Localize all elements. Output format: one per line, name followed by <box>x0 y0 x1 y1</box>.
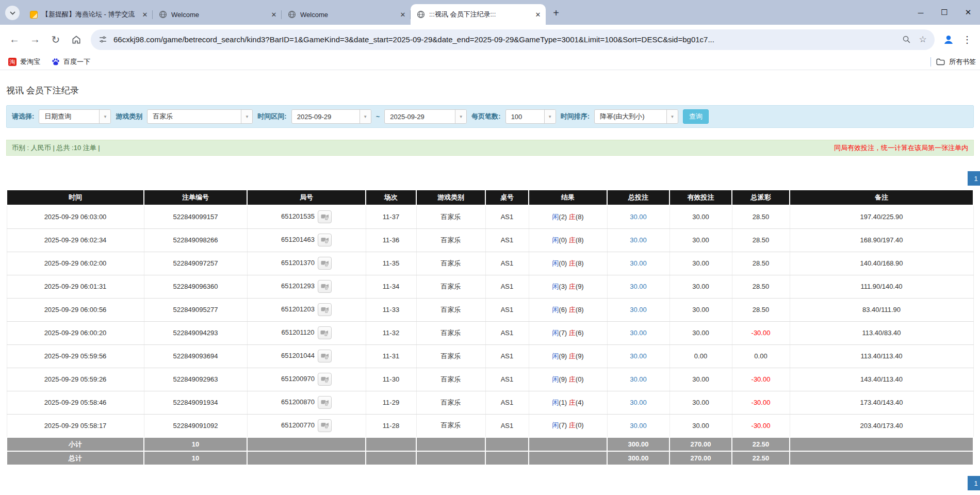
close-icon[interactable]: ✕ <box>140 10 150 19</box>
game-kind-select[interactable]: 百家乐 ▼ <box>147 109 253 124</box>
result-banker-points: (8) <box>576 306 584 314</box>
bookmark-taobao[interactable]: 淘 爱淘宝 <box>4 56 44 68</box>
cell-round: 651201370 <box>247 252 366 275</box>
result-banker: 庄 <box>569 399 576 406</box>
table-row: 2025-09-29 06:00:20522849094293651201120… <box>7 321 973 344</box>
cell-result: 闲(2) 庄(8) <box>529 205 607 228</box>
date-end-select[interactable]: 2025-09-29 ▼ <box>384 109 467 124</box>
result-player-points: (0) <box>559 259 567 267</box>
tab-title: Welcome <box>300 11 394 19</box>
close-window-icon[interactable]: ✕ <box>956 0 980 25</box>
video-replay-button[interactable] <box>318 419 332 432</box>
baidu-paw-icon <box>52 58 60 66</box>
total-total-bet: 300.00 <box>607 451 669 465</box>
cell-time: 2025-09-29 06:03:00 <box>7 205 144 228</box>
cell-round: 651200770 <box>247 414 366 437</box>
bookmark-star-icon[interactable]: ☆ <box>917 34 928 45</box>
subtotal-total-bet: 300.00 <box>607 437 669 451</box>
total-bet-link[interactable]: 30.00 <box>630 375 647 383</box>
cell-payout: 28.50 <box>732 228 790 252</box>
table-row: 2025-09-29 06:03:00522849099157651201535… <box>7 205 973 228</box>
tab-forum[interactable]: 【新提醒】海燕论坛 - 博学交流 ✕ <box>24 4 153 25</box>
header-total-bet: 总投注 <box>607 190 669 205</box>
video-replay-button[interactable] <box>318 210 332 223</box>
video-replay-button[interactable] <box>318 280 332 293</box>
per-page-select[interactable]: 100 ▼ <box>505 109 556 124</box>
header-game: 游戏类别 <box>416 190 485 205</box>
chevron-down-icon: ▼ <box>360 110 371 123</box>
total-bet-link[interactable]: 30.00 <box>630 399 647 406</box>
cell-bet-id: 522849092963 <box>144 368 247 391</box>
total-bet-link[interactable]: 30.00 <box>630 213 647 221</box>
result-player-points: (2) <box>559 213 567 221</box>
bookmarks-bar: 淘 爱淘宝 百度一下 所有书签 <box>0 54 980 70</box>
video-replay-button[interactable] <box>318 396 332 409</box>
total-bet-link[interactable]: 30.00 <box>630 236 647 244</box>
video-replay-icon <box>321 422 329 429</box>
query-type-select[interactable]: 日期查询 ▼ <box>39 109 111 124</box>
total-label: 总计 <box>7 451 144 465</box>
result-player: 闲 <box>552 352 559 360</box>
search-button[interactable]: 查询 <box>683 109 709 124</box>
video-replay-button[interactable] <box>318 373 332 386</box>
video-replay-button[interactable] <box>318 234 332 246</box>
result-banker-points: (8) <box>576 259 584 267</box>
tab-welcome-1[interactable]: Welcome ✕ <box>153 4 282 25</box>
sort-select[interactable]: 降幂(由大到小) ▼ <box>594 109 678 124</box>
all-bookmarks-button[interactable]: 所有书签 <box>936 57 976 67</box>
page-1-button[interactable]: 1 <box>968 171 980 186</box>
cell-valid-bet: 30.00 <box>669 368 732 391</box>
video-replay-icon <box>321 376 329 383</box>
total-bet-link[interactable]: 30.00 <box>630 283 647 290</box>
cell-table: AS1 <box>485 368 529 391</box>
maximize-icon[interactable]: ☐ <box>933 0 956 25</box>
video-replay-button[interactable] <box>318 350 332 362</box>
total-bet-link[interactable]: 30.00 <box>630 352 647 360</box>
close-icon[interactable]: ✕ <box>269 10 279 19</box>
cell-game: 百家乐 <box>416 321 485 344</box>
folder-icon <box>936 58 945 65</box>
cell-session: 11-34 <box>366 275 416 298</box>
tab-search-button[interactable] <box>5 6 20 20</box>
new-tab-button[interactable]: + <box>549 6 563 20</box>
address-bar[interactable]: 66cxkj98.com/game/betrecord_search/kind3… <box>91 29 935 50</box>
close-icon[interactable]: ✕ <box>398 10 407 19</box>
url-text[interactable]: 66cxkj98.com/game/betrecord_search/kind3… <box>113 35 895 44</box>
header-result: 结果 <box>529 190 607 205</box>
total-bet-link[interactable]: 30.00 <box>630 259 647 267</box>
result-banker: 庄 <box>569 283 576 290</box>
subtotal-count: 10 <box>144 437 247 451</box>
forward-icon[interactable]: → <box>26 30 44 49</box>
total-bet-link[interactable]: 30.00 <box>630 422 647 430</box>
video-replay-button[interactable] <box>318 326 332 339</box>
table-row: 2025-09-29 05:58:46522849091934651200870… <box>7 391 973 414</box>
payout-value: 28.50 <box>753 213 770 221</box>
per-page-value: 100 <box>506 113 544 121</box>
total-bet-link[interactable]: 30.00 <box>630 306 647 314</box>
video-replay-button[interactable] <box>318 303 332 316</box>
close-icon[interactable]: ✕ <box>533 10 543 19</box>
browser-menu-icon[interactable]: ⋮ <box>959 30 975 49</box>
total-bet-link[interactable]: 30.00 <box>630 329 647 337</box>
site-info-icon[interactable] <box>97 34 108 45</box>
zoom-icon[interactable] <box>901 34 912 45</box>
result-banker: 庄 <box>569 213 576 221</box>
select-type-label: 请选择: <box>12 112 34 121</box>
tab-welcome-2[interactable]: Welcome ✕ <box>282 4 411 25</box>
note-favicon-icon <box>30 11 38 19</box>
home-icon[interactable] <box>67 30 86 49</box>
refresh-icon[interactable]: ↻ <box>46 30 65 49</box>
profile-icon[interactable] <box>940 31 957 48</box>
cell-valid-bet: 30.00 <box>669 414 732 437</box>
back-icon[interactable]: ← <box>5 30 24 49</box>
bookmark-baidu[interactable]: 百度一下 <box>47 56 94 68</box>
date-start-select[interactable]: 2025-09-29 ▼ <box>291 109 371 124</box>
table-header-row: 时间 注单编号 局号 场次 游戏类别 桌号 结果 总投注 有效投注 总派彩 备注 <box>7 190 973 205</box>
cell-total-bet: 30.00 <box>607 368 669 391</box>
page-1-button[interactable]: 1 <box>968 476 980 490</box>
result-player: 闲 <box>552 213 559 221</box>
tab-bet-records-active[interactable]: :::视讯 会员下注纪录::: ✕ <box>411 4 546 25</box>
video-replay-button[interactable] <box>318 257 332 270</box>
minimize-icon[interactable]: ─ <box>909 0 933 25</box>
result-player: 闲 <box>552 283 559 290</box>
